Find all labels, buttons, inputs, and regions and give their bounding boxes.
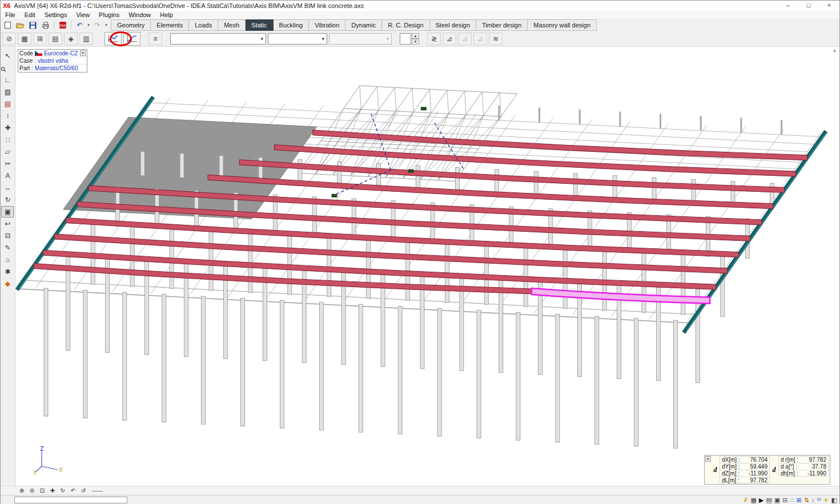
zoom-slider[interactable]: ——: [90, 487, 105, 494]
snap-options-icon[interactable]: ∴: [790, 496, 794, 504]
palette-icon[interactable]: ◈: [64, 33, 78, 45]
levels-icon[interactable]: ↕: [811, 496, 815, 504]
result-component-combo[interactable]: ▾: [170, 33, 266, 45]
reset-view-icon[interactable]: ↺: [79, 487, 87, 494]
close-icon[interactable]: ×: [831, 48, 838, 54]
display-mode-combo[interactable]: ▾: [268, 33, 327, 45]
snap-grid-icon[interactable]: ∷: [1, 134, 14, 146]
close-icon[interactable]: ×: [80, 50, 86, 56]
structural-grid-icon[interactable]: ⊞: [796, 496, 801, 504]
save-icon[interactable]: [27, 21, 39, 30]
table-browser-icon[interactable]: ⊟: [1, 230, 14, 241]
tab-rc-design[interactable]: R. C. Design: [382, 19, 429, 31]
coord-row[interactable]: d r[m] : 97.782: [778, 456, 829, 463]
undo-icon[interactable]: ↶: [74, 21, 86, 30]
menu-plugins[interactable]: Plugins: [94, 11, 124, 19]
query-table-icon[interactable]: ⊞: [33, 33, 47, 45]
linear-static-analysis-button[interactable]: [105, 32, 122, 46]
minmax-icon[interactable]: ≷: [427, 33, 441, 45]
tab-elements[interactable]: Elements: [151, 19, 189, 31]
rotate-icon[interactable]: ↻: [1, 194, 14, 205]
new-file-icon[interactable]: [2, 21, 14, 30]
pdf-export-icon[interactable]: PDF: [57, 21, 69, 30]
display-options-icon[interactable]: ▣: [774, 496, 780, 504]
redo-icon[interactable]: ↷: [91, 21, 103, 30]
coordinates-panel[interactable]: × d dX[m] : 76.704 dY[m] : 59.449: [704, 455, 830, 485]
scale-spinner[interactable]: ▲ ▼: [400, 33, 419, 45]
coord-row[interactable]: dZ[m] : -11.990: [720, 470, 770, 477]
rotate-view-icon[interactable]: ↻: [59, 487, 67, 494]
model-viewport[interactable]: × Code Eurocode-CZ × Case : vlastní váha: [15, 47, 839, 486]
section-diagram-icon[interactable]: ⊿: [458, 33, 472, 45]
pan-icon[interactable]: ✚: [49, 487, 57, 494]
tab-mesh[interactable]: Mesh: [218, 19, 246, 31]
delete-results-icon[interactable]: ⊘: [2, 33, 16, 45]
model-info-box[interactable]: Code Eurocode-CZ × Case : vlastní váha P…: [18, 49, 87, 72]
nonlinear-static-analysis-button[interactable]: [123, 32, 140, 46]
color-legend-icon[interactable]: ▤: [49, 33, 62, 45]
cut-icon[interactable]: ✂: [1, 158, 14, 170]
spinner-up-icon[interactable]: ▲: [412, 33, 419, 39]
parts-icon[interactable]: ▧: [1, 86, 14, 98]
display-parameters-icon[interactable]: ▥: [79, 33, 93, 45]
menu-edit[interactable]: Edit: [20, 11, 40, 19]
zoom-in-icon[interactable]: ⊕: [18, 487, 26, 494]
close-icon[interactable]: ×: [705, 456, 711, 462]
storey-icon[interactable]: ⌂: [1, 254, 14, 265]
print-icon[interactable]: [39, 21, 51, 30]
daylight-icon[interactable]: ☀: [823, 496, 829, 504]
zoom-out-icon[interactable]: ⊖: [28, 487, 36, 494]
tab-masonry-wall-design[interactable]: Masonry wall design: [528, 19, 597, 31]
spinner-value[interactable]: [400, 33, 411, 45]
layers-icon[interactable]: ⊟: [782, 496, 787, 504]
coord-row[interactable]: dX[m] : 76.704: [720, 456, 770, 463]
dimension-icon[interactable]: ↔: [1, 182, 14, 193]
fit-view-icon[interactable]: ↕: [1, 110, 14, 122]
workplane-icon[interactable]: ▱: [1, 146, 14, 158]
coord-row[interactable]: dh[m] : -11.990: [778, 470, 829, 477]
part-filter-icon[interactable]: ✗: [743, 496, 748, 504]
minimize-button[interactable]: –: [778, 1, 798, 11]
menu-window[interactable]: Window: [124, 11, 155, 19]
stories-icon[interactable]: ⇅: [804, 496, 809, 504]
tab-timber-design[interactable]: Timber design: [476, 19, 528, 31]
maximize-button[interactable]: □: [798, 1, 819, 11]
undo-dropdown-icon[interactable]: ▾: [86, 23, 91, 27]
units-icon[interactable]: ¹²: [817, 496, 821, 504]
render-mode-icon[interactable]: ▣: [1, 206, 14, 217]
coordinate-system-icon[interactable]: ∟: [1, 74, 14, 86]
zoom-window-icon[interactable]: ⊡: [38, 487, 46, 494]
spinner-down-icon[interactable]: ▼: [412, 39, 419, 45]
table-editor-icon[interactable]: ▦: [751, 496, 757, 504]
back-icon[interactable]: ↩: [1, 218, 14, 229]
coord-row[interactable]: dL[m] : 97.782: [720, 477, 770, 483]
text-annotation-icon[interactable]: A: [1, 170, 14, 182]
menu-settings[interactable]: Settings: [40, 11, 72, 19]
coord-row[interactable]: d a[°] : 37.78: [778, 463, 829, 470]
edit-icon[interactable]: ✎: [1, 242, 14, 253]
model-info-icon[interactable]: ◆: [1, 278, 14, 289]
tab-vibration[interactable]: Vibration: [309, 19, 345, 31]
tab-geometry[interactable]: Geometry: [111, 19, 151, 31]
tab-buckling[interactable]: Buckling: [274, 19, 310, 31]
tab-static[interactable]: Static: [246, 19, 274, 31]
geometry-tools-icon[interactable]: ✚: [1, 122, 14, 134]
redo-dropdown-icon[interactable]: ▾: [104, 23, 108, 27]
close-button[interactable]: ×: [819, 1, 839, 11]
coord-row[interactable]: dY[m] : 59.449: [720, 463, 770, 470]
menu-file[interactable]: File: [1, 11, 20, 19]
menu-help[interactable]: Help: [155, 11, 178, 19]
previous-view-icon[interactable]: ↶: [69, 487, 77, 494]
color-coding-icon[interactable]: ▤: [1, 98, 14, 110]
contour-icon[interactable]: ◧: [831, 496, 837, 504]
menu-view[interactable]: View: [71, 11, 94, 19]
structural-model-3d[interactable]: [15, 47, 840, 486]
tab-loads[interactable]: Loads: [189, 19, 218, 31]
envelope-diagram-icon[interactable]: ⊿: [473, 33, 487, 45]
run-analysis-icon[interactable]: ▶: [759, 496, 763, 504]
tab-steel-design[interactable]: Steel design: [430, 19, 477, 31]
result-tables-icon[interactable]: ▦: [18, 33, 31, 45]
settings-icon[interactable]: ✱: [1, 266, 14, 277]
diagram-display-icon[interactable]: ⊿: [443, 33, 456, 45]
tab-dynamic[interactable]: Dynamic: [345, 19, 382, 31]
